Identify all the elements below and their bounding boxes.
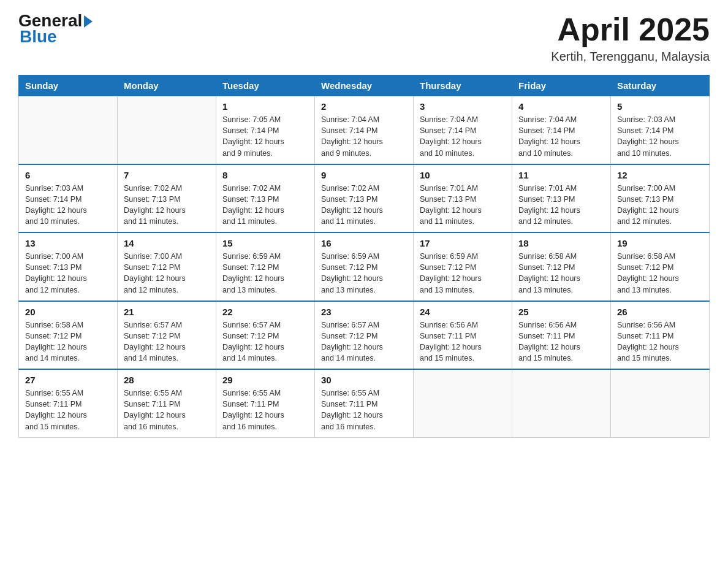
day-info: Sunrise: 7:02 AM Sunset: 7:13 PM Dayligh…: [222, 183, 308, 228]
calendar-cell: 19Sunrise: 6:58 AM Sunset: 7:12 PM Dayli…: [611, 232, 710, 301]
day-info: Sunrise: 6:58 AM Sunset: 7:12 PM Dayligh…: [25, 320, 111, 364]
day-info: Sunrise: 7:03 AM Sunset: 7:14 PM Dayligh…: [617, 114, 703, 159]
day-info: Sunrise: 6:56 AM Sunset: 7:11 PM Dayligh…: [617, 320, 703, 364]
day-info: Sunrise: 6:58 AM Sunset: 7:12 PM Dayligh…: [518, 251, 604, 296]
calendar-cell: 2Sunrise: 7:04 AM Sunset: 7:14 PM Daylig…: [315, 96, 414, 164]
calendar-week-row: 20Sunrise: 6:58 AM Sunset: 7:12 PM Dayli…: [19, 301, 710, 370]
day-number: 30: [321, 375, 407, 385]
day-number: 27: [25, 375, 111, 385]
calendar-cell: 29Sunrise: 6:55 AM Sunset: 7:11 PM Dayli…: [216, 369, 315, 437]
day-info: Sunrise: 7:02 AM Sunset: 7:13 PM Dayligh…: [124, 183, 210, 228]
day-info: Sunrise: 7:05 AM Sunset: 7:14 PM Dayligh…: [222, 114, 308, 159]
day-info: Sunrise: 6:55 AM Sunset: 7:11 PM Dayligh…: [321, 388, 407, 432]
calendar-cell: 16Sunrise: 6:59 AM Sunset: 7:12 PM Dayli…: [315, 232, 414, 301]
day-info: Sunrise: 6:59 AM Sunset: 7:12 PM Dayligh…: [222, 251, 308, 296]
calendar-cell: 30Sunrise: 6:55 AM Sunset: 7:11 PM Dayli…: [315, 369, 414, 437]
day-number: 24: [420, 307, 506, 317]
day-number: 26: [617, 307, 703, 317]
day-number: 17: [420, 238, 506, 248]
location-subtitle: Kertih, Terengganu, Malaysia: [551, 50, 710, 64]
calendar-cell: 22Sunrise: 6:57 AM Sunset: 7:12 PM Dayli…: [216, 301, 315, 370]
calendar-cell: [19, 96, 118, 164]
day-of-week-header: Tuesday: [216, 75, 315, 96]
day-info: Sunrise: 7:04 AM Sunset: 7:14 PM Dayligh…: [321, 114, 407, 159]
day-number: 28: [124, 375, 210, 385]
calendar-cell: 3Sunrise: 7:04 AM Sunset: 7:14 PM Daylig…: [414, 96, 512, 164]
calendar-cell: 17Sunrise: 6:59 AM Sunset: 7:12 PM Dayli…: [414, 232, 512, 301]
day-of-week-header: Friday: [512, 75, 611, 96]
day-info: Sunrise: 6:55 AM Sunset: 7:11 PM Dayligh…: [124, 388, 210, 432]
calendar-cell: 28Sunrise: 6:55 AM Sunset: 7:11 PM Dayli…: [118, 369, 216, 437]
day-info: Sunrise: 6:59 AM Sunset: 7:12 PM Dayligh…: [420, 251, 506, 296]
calendar-cell: 9Sunrise: 7:02 AM Sunset: 7:13 PM Daylig…: [315, 164, 414, 233]
calendar-cell: 13Sunrise: 7:00 AM Sunset: 7:13 PM Dayli…: [19, 232, 118, 301]
calendar-week-row: 27Sunrise: 6:55 AM Sunset: 7:11 PM Dayli…: [19, 369, 710, 437]
calendar-cell: 12Sunrise: 7:00 AM Sunset: 7:13 PM Dayli…: [611, 164, 710, 233]
day-number: 29: [222, 375, 308, 385]
calendar-cell: 11Sunrise: 7:01 AM Sunset: 7:13 PM Dayli…: [512, 164, 611, 233]
day-of-week-header: Monday: [118, 75, 216, 96]
day-info: Sunrise: 7:04 AM Sunset: 7:14 PM Dayligh…: [518, 114, 604, 159]
day-info: Sunrise: 7:01 AM Sunset: 7:13 PM Dayligh…: [518, 183, 604, 228]
day-info: Sunrise: 6:57 AM Sunset: 7:12 PM Dayligh…: [222, 320, 308, 364]
day-number: 16: [321, 238, 407, 248]
day-info: Sunrise: 6:55 AM Sunset: 7:11 PM Dayligh…: [25, 388, 111, 432]
day-of-week-header: Sunday: [19, 75, 118, 96]
calendar-cell: 20Sunrise: 6:58 AM Sunset: 7:12 PM Dayli…: [19, 301, 118, 370]
day-of-week-header: Wednesday: [315, 75, 414, 96]
day-of-week-header: Saturday: [611, 75, 710, 96]
calendar-week-row: 1Sunrise: 7:05 AM Sunset: 7:14 PM Daylig…: [19, 96, 710, 164]
calendar-cell: [611, 369, 710, 437]
page-header: General Blue April 2025 Kertih, Terengga…: [18, 12, 710, 64]
calendar-cell: 14Sunrise: 7:00 AM Sunset: 7:12 PM Dayli…: [118, 232, 216, 301]
calendar-cell: 7Sunrise: 7:02 AM Sunset: 7:13 PM Daylig…: [118, 164, 216, 233]
day-info: Sunrise: 7:00 AM Sunset: 7:12 PM Dayligh…: [124, 251, 210, 296]
day-number: 13: [25, 238, 111, 248]
month-year-title: April 2025: [551, 12, 710, 47]
title-block: April 2025 Kertih, Terengganu, Malaysia: [551, 12, 710, 64]
day-info: Sunrise: 6:57 AM Sunset: 7:12 PM Dayligh…: [321, 320, 407, 364]
logo: General Blue: [18, 12, 93, 47]
calendar-cell: 5Sunrise: 7:03 AM Sunset: 7:14 PM Daylig…: [611, 96, 710, 164]
calendar-cell: [414, 369, 512, 437]
day-info: Sunrise: 6:55 AM Sunset: 7:11 PM Dayligh…: [222, 388, 308, 432]
day-info: Sunrise: 7:00 AM Sunset: 7:13 PM Dayligh…: [25, 251, 111, 296]
day-number: 9: [321, 170, 407, 180]
calendar-week-row: 6Sunrise: 7:03 AM Sunset: 7:14 PM Daylig…: [19, 164, 710, 233]
days-of-week-row: SundayMondayTuesdayWednesdayThursdayFrid…: [19, 75, 710, 96]
calendar-cell: 25Sunrise: 6:56 AM Sunset: 7:11 PM Dayli…: [512, 301, 611, 370]
day-info: Sunrise: 7:03 AM Sunset: 7:14 PM Dayligh…: [25, 183, 111, 228]
day-info: Sunrise: 7:04 AM Sunset: 7:14 PM Dayligh…: [420, 114, 506, 159]
logo-arrow-icon: [84, 15, 93, 28]
day-number: 15: [222, 238, 308, 248]
day-number: 12: [617, 170, 703, 180]
day-of-week-header: Thursday: [414, 75, 512, 96]
calendar-cell: 21Sunrise: 6:57 AM Sunset: 7:12 PM Dayli…: [118, 301, 216, 370]
calendar-cell: 10Sunrise: 7:01 AM Sunset: 7:13 PM Dayli…: [414, 164, 512, 233]
calendar-cell: 8Sunrise: 7:02 AM Sunset: 7:13 PM Daylig…: [216, 164, 315, 233]
day-info: Sunrise: 7:00 AM Sunset: 7:13 PM Dayligh…: [617, 183, 703, 228]
calendar-table: SundayMondayTuesdayWednesdayThursdayFrid…: [18, 75, 710, 438]
day-info: Sunrise: 6:58 AM Sunset: 7:12 PM Dayligh…: [617, 251, 703, 296]
day-number: 22: [222, 307, 308, 317]
calendar-cell: 15Sunrise: 6:59 AM Sunset: 7:12 PM Dayli…: [216, 232, 315, 301]
day-number: 21: [124, 307, 210, 317]
day-number: 11: [518, 170, 604, 180]
day-number: 3: [420, 101, 506, 112]
day-number: 7: [124, 170, 210, 180]
day-number: 25: [518, 307, 604, 317]
calendar-body: 1Sunrise: 7:05 AM Sunset: 7:14 PM Daylig…: [19, 96, 710, 438]
day-number: 4: [518, 101, 604, 112]
day-number: 2: [321, 101, 407, 112]
day-number: 5: [617, 101, 703, 112]
calendar-cell: 18Sunrise: 6:58 AM Sunset: 7:12 PM Dayli…: [512, 232, 611, 301]
calendar-week-row: 13Sunrise: 7:00 AM Sunset: 7:13 PM Dayli…: [19, 232, 710, 301]
calendar-cell: 6Sunrise: 7:03 AM Sunset: 7:14 PM Daylig…: [19, 164, 118, 233]
day-number: 8: [222, 170, 308, 180]
day-number: 6: [25, 170, 111, 180]
day-info: Sunrise: 6:59 AM Sunset: 7:12 PM Dayligh…: [321, 251, 407, 296]
day-number: 19: [617, 238, 703, 248]
calendar-cell: 4Sunrise: 7:04 AM Sunset: 7:14 PM Daylig…: [512, 96, 611, 164]
calendar-cell: 1Sunrise: 7:05 AM Sunset: 7:14 PM Daylig…: [216, 96, 315, 164]
calendar-cell: 23Sunrise: 6:57 AM Sunset: 7:12 PM Dayli…: [315, 301, 414, 370]
